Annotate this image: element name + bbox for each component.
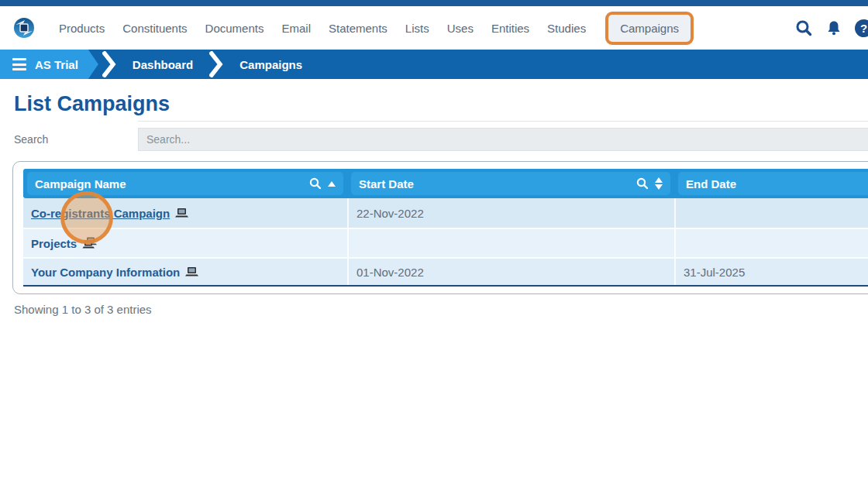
app-logo-icon[interactable] <box>12 16 36 39</box>
end-date-cell <box>674 198 868 228</box>
column-header-label: End Date <box>686 177 736 191</box>
end-date-cell: 31-Jul-2025 <box>674 259 868 285</box>
column-search-icon[interactable] <box>309 177 322 190</box>
search-input[interactable] <box>138 128 868 151</box>
breadcrumb-chevron-icon <box>100 50 119 79</box>
help-icon[interactable]: ? <box>855 19 868 37</box>
breadcrumb-root-label: AS Trial <box>35 58 78 71</box>
nav-item-entities[interactable]: Entities <box>491 22 529 35</box>
breadcrumb-chevron-icon <box>207 50 226 79</box>
column-header-label: Campaign Name <box>35 177 126 191</box>
campaign-laptop-icon <box>175 208 188 218</box>
campaign-name-cell: Your Company Information <box>23 259 347 285</box>
start-date-cell: 01-Nov-2022 <box>347 259 674 285</box>
campaign-name-cell: Projects <box>23 229 347 257</box>
campaign-link[interactable]: Your Company Information <box>31 266 180 279</box>
campaign-group-laptops-icon <box>82 237 97 249</box>
search-row: Search <box>14 128 854 151</box>
table-header-row: Campaign Name Start Date End <box>23 169 868 198</box>
column-header-campaign-name[interactable]: Campaign Name <box>27 172 343 195</box>
navbar-actions: ? <box>794 19 868 37</box>
breadcrumb-root[interactable]: AS Trial <box>0 50 98 79</box>
top-accent-strip <box>0 0 868 6</box>
table-row: Projects <box>23 228 868 257</box>
campaign-folder-link[interactable]: Projects <box>31 237 77 250</box>
nav-item-statements[interactable]: Statements <box>329 22 388 35</box>
nav-item-documents[interactable]: Documents <box>205 22 264 35</box>
nav-item-lists[interactable]: Lists <box>405 22 429 35</box>
column-header-label: Start Date <box>359 177 414 191</box>
sort-both-icon[interactable] <box>655 177 663 190</box>
breadcrumb-item-campaigns[interactable]: Campaigns <box>227 50 315 79</box>
campaign-link[interactable]: Co-registrants Campaign <box>31 207 170 220</box>
column-search-icon[interactable] <box>636 177 649 190</box>
nav-item-constituents[interactable]: Constituents <box>122 22 187 35</box>
start-date-cell: 22-Nov-2022 <box>347 198 674 228</box>
table-row: Co-registrants Campaign 22-Nov-2022 <box>23 198 868 228</box>
end-date-cell <box>674 229 868 257</box>
campaigns-table-panel: Campaign Name Start Date End <box>12 161 868 294</box>
column-header-start-date[interactable]: Start Date <box>351 172 670 195</box>
breadcrumb-item-dashboard[interactable]: Dashboard <box>120 50 205 79</box>
top-navbar: Products Constituents Documents Email St… <box>0 6 868 50</box>
main-menu: Products Constituents Documents Email St… <box>59 12 694 45</box>
breadcrumb: AS Trial Dashboard Campaigns <box>0 50 868 79</box>
nav-item-email[interactable]: Email <box>281 22 311 35</box>
search-label: Search <box>14 133 138 146</box>
main-content: List Campaigns Search <box>0 92 868 151</box>
table-entries-summary: Showing 1 to 3 of 3 entries <box>14 303 152 316</box>
nav-item-campaigns-highlighted[interactable]: Campaigns <box>605 12 694 45</box>
page-title: List Campaigns <box>14 92 854 116</box>
start-date-cell <box>347 229 674 257</box>
menu-hamburger-icon[interactable] <box>12 58 26 70</box>
campaign-laptop-icon <box>185 266 198 277</box>
notifications-bell-icon[interactable] <box>825 19 843 37</box>
table-row: Your Company Information 01-Nov-2022 31-… <box>23 257 868 287</box>
campaign-name-cell: Co-registrants Campaign <box>23 198 347 228</box>
sort-asc-icon[interactable] <box>328 181 336 187</box>
search-icon[interactable] <box>794 19 813 37</box>
nav-item-products[interactable]: Products <box>59 22 105 35</box>
nav-item-uses[interactable]: Uses <box>447 22 474 35</box>
column-header-end-date[interactable]: End Date <box>678 172 868 195</box>
nav-item-studies[interactable]: Studies <box>547 22 586 35</box>
